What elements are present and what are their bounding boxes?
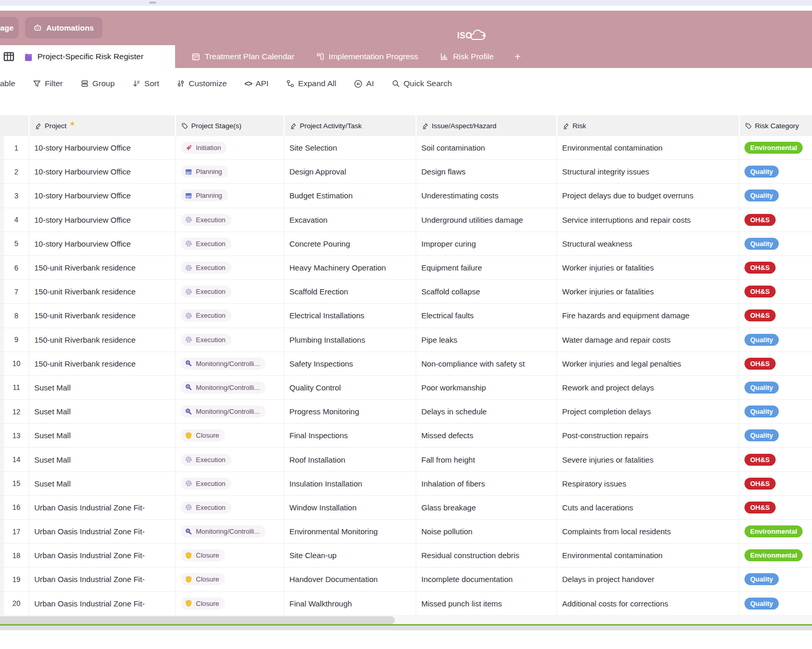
stage-cell[interactable]: Initiation — [175, 136, 284, 159]
activity-cell[interactable]: Excavation — [284, 208, 416, 232]
activity-cell[interactable]: Budget Estimation — [284, 184, 416, 207]
stage-pill[interactable]: Execution — [181, 502, 231, 513]
risk-cell[interactable]: Post-construction repairs — [556, 424, 739, 447]
issue-cell[interactable]: Fall from height — [416, 448, 556, 471]
project-cell[interactable]: Urban Oasis Industrial Zone Fit- — [29, 520, 175, 543]
row-number[interactable]: 19 — [4, 567, 29, 591]
stage-pill[interactable]: Execution — [181, 238, 231, 250]
row-number[interactable]: 10 — [4, 352, 29, 375]
stage-pill[interactable]: Closure — [181, 573, 225, 585]
issue-cell[interactable]: Missed defects — [416, 424, 556, 447]
tab-project-specific-risk-register[interactable]: Project-Specific Risk Register — [17, 45, 175, 68]
stage-pill[interactable]: Execution — [181, 454, 231, 466]
project-cell[interactable]: 10-story Harbourview Office — [29, 136, 175, 159]
activity-cell[interactable]: Scaffold Erection — [284, 280, 416, 303]
stage-pill[interactable]: Planning — [181, 190, 228, 201]
column-header-project-stages[interactable]: Project Stage(s) — [175, 115, 284, 136]
stage-cell[interactable]: Execution — [175, 280, 284, 303]
stage-cell[interactable]: Execution — [175, 304, 284, 327]
project-cell[interactable]: 150-unit Riverbank residence — [29, 304, 175, 327]
ai-button[interactable]: AI AI — [354, 79, 374, 88]
row-number[interactable]: 18 — [4, 544, 29, 567]
project-cell[interactable]: 10-story Harbourview Office — [29, 208, 175, 232]
sort-button[interactable]: Sort — [132, 79, 159, 88]
stage-pill[interactable]: Execution — [181, 286, 231, 298]
issue-cell[interactable]: Underestimating costs — [416, 184, 556, 207]
row-number[interactable]: 8 — [4, 304, 29, 327]
category-cell[interactable]: Quality — [739, 424, 812, 447]
category-cell[interactable]: Environmental — [739, 136, 812, 159]
activity-cell[interactable]: Progress Monitoring — [284, 400, 416, 423]
horizontal-scrollbar-thumb[interactable] — [0, 616, 395, 624]
category-cell[interactable]: Quality — [739, 328, 812, 351]
category-cell[interactable]: OH&S — [739, 496, 812, 519]
activity-cell[interactable]: Site Selection — [284, 136, 416, 159]
stage-pill[interactable]: Monitoring/Controlli... — [181, 405, 265, 417]
stage-cell[interactable]: Execution — [175, 496, 284, 519]
row-number[interactable]: 2 — [4, 160, 29, 183]
category-cell[interactable]: OH&S — [739, 256, 812, 279]
stage-cell[interactable]: Execution — [175, 328, 284, 351]
risk-cell[interactable]: Structural integrity issues — [556, 160, 739, 183]
category-cell[interactable]: Quality — [739, 184, 812, 207]
column-header-project[interactable]: Project ★ — [29, 115, 175, 136]
issue-cell[interactable]: Delays in schedule — [416, 400, 556, 423]
risk-cell[interactable]: Project delays due to budget overruns — [556, 184, 739, 207]
activity-cell[interactable]: Plumbing Installations — [284, 328, 416, 351]
stage-cell[interactable]: Closure — [175, 424, 284, 447]
stage-cell[interactable]: Closure — [175, 567, 284, 591]
stage-pill[interactable]: Monitoring/Controlli... — [181, 358, 265, 370]
table-view-button[interactable]: able — [0, 79, 15, 88]
category-cell[interactable]: Quality — [739, 160, 812, 183]
add-view-button[interactable]: + — [508, 50, 527, 63]
activity-cell[interactable]: Environmental Monitoring — [284, 520, 416, 543]
project-cell[interactable]: Urban Oasis Industrial Zone Fit- — [29, 567, 175, 591]
project-cell[interactable]: Suset Mall — [29, 448, 175, 471]
row-number[interactable]: 13 — [4, 424, 29, 447]
activity-cell[interactable]: Heavy Machinery Operation — [284, 256, 416, 279]
row-number[interactable]: 4 — [4, 208, 29, 232]
stage-pill[interactable]: Monitoring/Controlli... — [181, 525, 265, 537]
issue-cell[interactable]: Residual construction debris — [416, 544, 556, 567]
stage-cell[interactable]: Monitoring/Controlli... — [175, 400, 284, 423]
row-number[interactable]: 15 — [4, 472, 29, 495]
stage-pill[interactable]: Execution — [181, 214, 231, 226]
category-cell[interactable]: OH&S — [739, 472, 812, 495]
category-cell[interactable]: Quality — [739, 592, 812, 615]
project-cell[interactable]: Suset Mall — [29, 400, 175, 423]
activity-cell[interactable]: Concrete Pouring — [284, 232, 416, 255]
stage-cell[interactable]: Execution — [175, 232, 284, 255]
project-cell[interactable]: 10-story Harbourview Office — [29, 184, 175, 207]
stage-pill[interactable]: Closure — [181, 429, 225, 441]
stage-cell[interactable]: Execution — [175, 256, 284, 279]
risk-cell[interactable]: Rework and project delays — [556, 376, 739, 399]
activity-cell[interactable]: Final Inspections — [284, 424, 416, 447]
stage-cell[interactable]: Closure — [175, 544, 284, 567]
issue-cell[interactable]: Scaffold collapse — [416, 280, 556, 303]
category-cell[interactable]: OH&S — [739, 304, 812, 327]
row-number[interactable]: 12 — [4, 400, 29, 423]
row-number[interactable]: 20 — [4, 592, 29, 615]
project-cell[interactable]: Urban Oasis Industrial Zone Fit- — [29, 496, 175, 519]
project-cell[interactable]: 150-unit Riverbank residence — [29, 256, 175, 279]
activity-cell[interactable]: Electrical Installations — [284, 304, 416, 327]
activity-cell[interactable]: Window Installation — [284, 496, 416, 519]
category-cell[interactable]: Quality — [739, 376, 812, 399]
project-cell[interactable]: 10-story Harbourview Office — [29, 232, 175, 255]
project-cell[interactable]: Urban Oasis Industrial Zone Fit- — [29, 592, 175, 615]
category-cell[interactable]: OH&S — [739, 280, 812, 303]
quick-search-button[interactable]: Quick Search — [392, 79, 452, 88]
risk-cell[interactable]: Worker injuries or fatalities — [556, 280, 739, 303]
row-number[interactable]: 5 — [4, 232, 29, 255]
issue-cell[interactable]: Missed punch list items — [416, 592, 556, 615]
category-cell[interactable]: Quality — [739, 232, 812, 255]
column-header-risk[interactable]: Risk — [556, 115, 739, 136]
stage-cell[interactable]: Planning — [175, 160, 284, 183]
stage-pill[interactable]: Closure — [181, 598, 225, 610]
row-number[interactable]: 7 — [4, 280, 29, 303]
tab-implementation-progress[interactable]: Implementation Progress — [309, 52, 425, 61]
project-cell[interactable]: 150-unit Riverbank residence — [29, 352, 175, 375]
activity-cell[interactable]: Handover Documentation — [284, 567, 416, 591]
issue-cell[interactable]: Soil contamination — [416, 136, 556, 159]
project-cell[interactable]: 10-story Harbourview Office — [29, 160, 175, 183]
